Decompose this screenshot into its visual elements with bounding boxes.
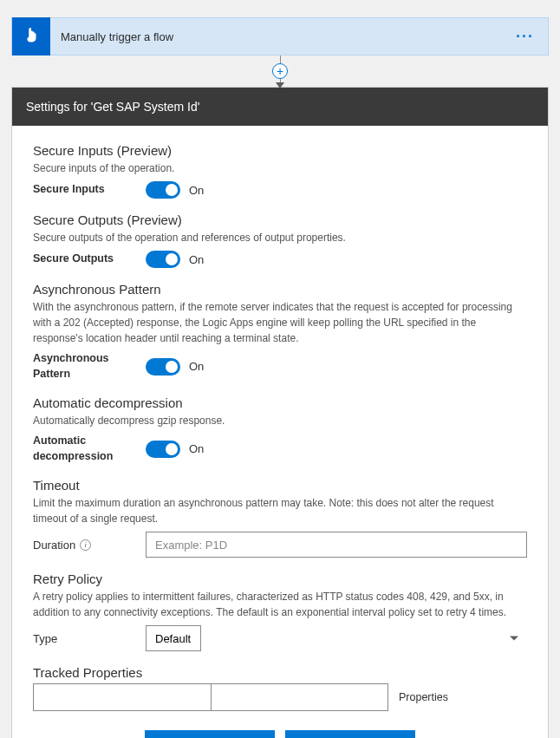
secure-outputs-state: On [189,253,204,266]
duration-input[interactable] [146,532,527,558]
secure-inputs-title: Secure Inputs (Preview) [33,143,527,158]
settings-title: Settings for 'Get SAP System Id' [12,88,548,126]
done-button[interactable]: Done [145,730,275,738]
retry-type-select[interactable]: Default [146,625,201,651]
async-pattern-toggle[interactable] [146,358,180,376]
secure-outputs-section: Secure Outputs (Preview) Secure outputs … [33,212,527,268]
async-pattern-section: Asynchronous Pattern With the asynchrono… [33,282,527,382]
secure-outputs-title: Secure Outputs (Preview) [33,212,527,227]
settings-panel: Settings for 'Get SAP System Id' Secure … [11,87,549,738]
secure-outputs-toggle[interactable] [146,251,180,268]
secure-inputs-label: Secure Inputs [33,182,146,198]
manual-trigger-icon [12,17,50,56]
trigger-card[interactable]: Manually trigger a flow ··· [11,17,549,56]
async-pattern-desc: With the asynchronous pattern, if the re… [33,299,527,346]
retry-policy-title: Retry Policy [33,571,527,586]
auto-decompress-section: Automatic decompression Automatically de… [33,395,527,464]
async-pattern-title: Asynchronous Pattern [33,282,527,297]
retry-type-label: Type [33,632,146,645]
secure-inputs-section: Secure Inputs (Preview) Secure inputs of… [33,143,527,199]
secure-inputs-state: On [189,184,204,197]
tracked-properties-title: Tracked Properties [33,665,527,680]
retry-policy-desc: A retry policy applies to intermittent f… [33,589,527,620]
connector: + [11,56,549,87]
secure-inputs-toggle[interactable] [146,181,180,199]
auto-decompress-label: Automatic decompression [33,434,146,464]
retry-policy-section: Retry Policy A retry policy applies to i… [33,571,527,651]
timeout-label-text: Duration [33,539,75,552]
auto-decompress-state: On [189,442,204,455]
auto-decompress-toggle[interactable] [146,441,180,458]
trigger-label: Manually trigger a flow [50,30,516,43]
timeout-section: Timeout Limit the maximum duration an as… [33,478,527,558]
tracked-properties-section: Tracked Properties Properties [33,665,527,711]
secure-outputs-desc: Secure outputs of the operation and refe… [33,230,527,245]
async-pattern-state: On [189,360,204,373]
info-icon[interactable]: i [80,539,91,551]
properties-label: Properties [399,691,448,703]
secure-inputs-desc: Secure inputs of the operation. [33,160,527,176]
tracked-key-input[interactable] [34,684,212,710]
secure-outputs-label: Secure Outputs [33,251,146,267]
button-row: Done Cancel [33,730,527,738]
arrow-down-icon [276,82,284,88]
trigger-menu-button[interactable]: ··· [516,28,548,46]
async-pattern-label: Asynchronous Pattern [33,351,146,382]
settings-body: Secure Inputs (Preview) Secure inputs of… [12,126,548,738]
auto-decompress-desc: Automatically decompress gzip response. [33,413,527,428]
timeout-label: Duration i [33,539,146,552]
add-step-button[interactable]: + [272,63,288,79]
timeout-desc: Limit the maximum duration an asynchrono… [33,495,527,526]
auto-decompress-title: Automatic decompression [33,395,527,410]
tracked-value-input[interactable] [212,684,388,710]
timeout-title: Timeout [33,478,527,493]
cancel-button[interactable]: Cancel [285,730,415,738]
